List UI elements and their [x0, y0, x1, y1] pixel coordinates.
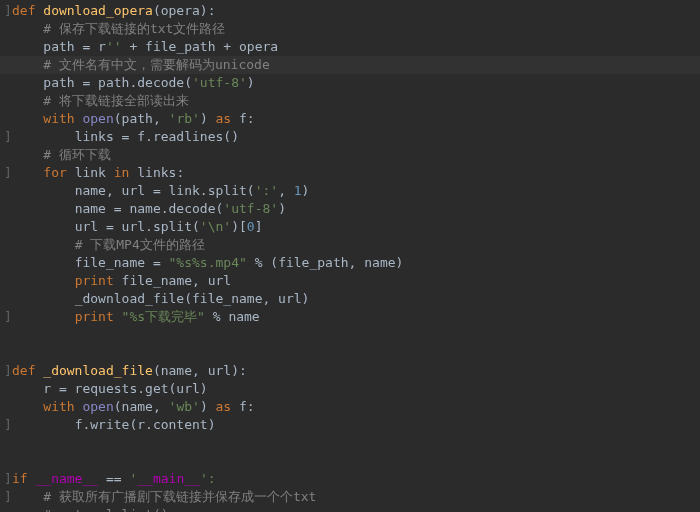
code-line: # 下载MP4文件的路径 [0, 236, 700, 254]
code-line: ] print "%s下载完毕" % name [0, 308, 700, 326]
code-line: ] f.write(r.content) [0, 416, 700, 434]
func-name: download_opera [43, 3, 153, 18]
comment: # get_url_list() [43, 507, 168, 512]
code-line: name, url = link.split(':', 1) [0, 182, 700, 200]
code-line: ]if __name__ == '__main__': [0, 470, 700, 488]
code-line: # 循环下载 [0, 146, 700, 164]
code-line: url = url.split('\n')[0] [0, 218, 700, 236]
blank-line [0, 344, 700, 362]
keyword-def: def [12, 3, 43, 18]
comment: # 下载MP4文件的路径 [75, 237, 205, 252]
comment: # 文件名有中文，需要解码为unicode [43, 57, 269, 72]
code-line: ]def _download_file(name, url): [0, 362, 700, 380]
code-line: ]def download_opera(opera): [0, 2, 700, 20]
code-line: _download_file(file_name, url) [0, 290, 700, 308]
code-line: name = name.decode('utf-8') [0, 200, 700, 218]
code-line: ] links = f.readlines() [0, 128, 700, 146]
code-line: path = r'' + file_path + opera [0, 38, 700, 56]
comment: # 获取所有广播剧下载链接并保存成一个个txt [43, 489, 316, 504]
code-editor[interactable]: ]def download_opera(opera): # 保存下载链接的txt… [0, 0, 700, 512]
code-line: with open(path, 'rb') as f: [0, 110, 700, 128]
code-line: ] # 获取所有广播剧下载链接并保存成一个个txt [0, 488, 700, 506]
blank-line [0, 452, 700, 470]
code-line: path = path.decode('utf-8') [0, 74, 700, 92]
code-line: r = requests.get(url) [0, 380, 700, 398]
code-line-current: # 文件名有中文，需要解码为unicode [0, 56, 700, 74]
code-line: ] for link in links: [0, 164, 700, 182]
code-line: print file_name, url [0, 272, 700, 290]
code-line: file_name = "%s%s.mp4" % (file_path, nam… [0, 254, 700, 272]
blank-line [0, 326, 700, 344]
blank-line [0, 434, 700, 452]
comment: # 循环下载 [43, 147, 111, 162]
code-line: # get_url_list() [0, 506, 700, 512]
func-name: _download_file [43, 363, 153, 378]
comment: # 将下载链接全部读出来 [43, 93, 189, 108]
code-line: # 保存下载链接的txt文件路径 [0, 20, 700, 38]
code-line: with open(name, 'wb') as f: [0, 398, 700, 416]
comment: # 保存下载链接的txt文件路径 [43, 21, 225, 36]
code-line: # 将下载链接全部读出来 [0, 92, 700, 110]
